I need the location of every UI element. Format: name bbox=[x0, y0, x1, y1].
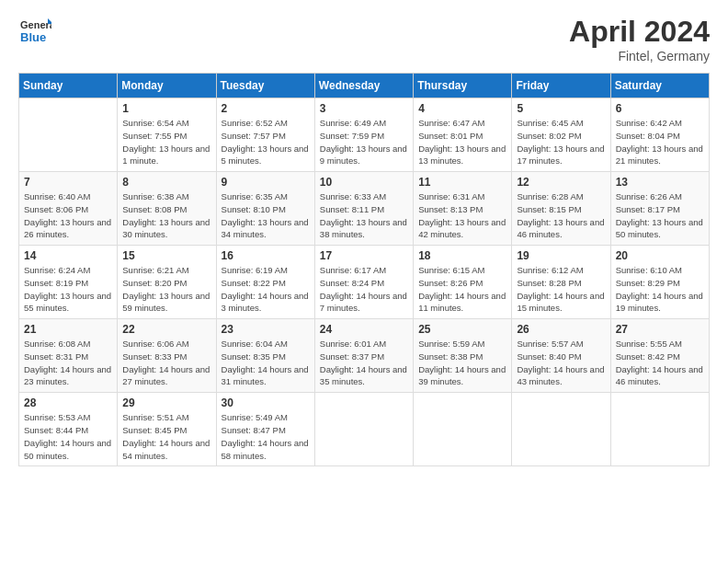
day-cell bbox=[19, 98, 118, 172]
day-number: 28 bbox=[24, 396, 112, 409]
day-number: 14 bbox=[24, 249, 112, 262]
day-detail: Sunrise: 6:33 AM Sunset: 8:11 PM Dayligh… bbox=[320, 190, 408, 241]
day-cell bbox=[314, 393, 413, 466]
day-cell: 19 Sunrise: 6:12 AM Sunset: 8:28 PM Dayl… bbox=[512, 246, 610, 319]
day-number: 10 bbox=[320, 176, 408, 189]
day-cell: 30 Sunrise: 5:49 AM Sunset: 8:47 PM Dayl… bbox=[216, 393, 314, 466]
day-cell: 21 Sunrise: 6:08 AM Sunset: 8:31 PM Dayl… bbox=[19, 319, 118, 393]
day-cell: 17 Sunrise: 6:17 AM Sunset: 8:24 PM Dayl… bbox=[314, 246, 413, 319]
day-detail: Sunrise: 6:04 AM Sunset: 8:35 PM Dayligh… bbox=[222, 338, 310, 388]
day-number: 4 bbox=[418, 102, 506, 115]
day-cell: 6 Sunrise: 6:42 AM Sunset: 8:04 PM Dayli… bbox=[610, 98, 709, 172]
day-detail: Sunrise: 6:47 AM Sunset: 8:01 PM Dayligh… bbox=[418, 117, 506, 167]
day-detail: Sunrise: 5:59 AM Sunset: 8:38 PM Dayligh… bbox=[418, 338, 506, 388]
day-detail: Sunrise: 6:19 AM Sunset: 8:22 PM Dayligh… bbox=[222, 264, 310, 315]
day-detail: Sunrise: 6:15 AM Sunset: 8:26 PM Dayligh… bbox=[418, 264, 506, 315]
col-thursday: Thursday bbox=[414, 74, 512, 98]
day-cell: 2 Sunrise: 6:52 AM Sunset: 7:57 PM Dayli… bbox=[216, 98, 314, 172]
day-number: 5 bbox=[517, 102, 605, 115]
day-number: 24 bbox=[320, 323, 408, 336]
day-cell: 8 Sunrise: 6:38 AM Sunset: 8:08 PM Dayli… bbox=[118, 172, 216, 246]
day-number: 13 bbox=[616, 176, 704, 189]
day-cell: 29 Sunrise: 5:51 AM Sunset: 8:45 PM Dayl… bbox=[118, 393, 216, 466]
day-number: 29 bbox=[122, 396, 210, 409]
day-detail: Sunrise: 6:21 AM Sunset: 8:20 PM Dayligh… bbox=[122, 264, 210, 315]
day-cell: 10 Sunrise: 6:33 AM Sunset: 8:11 PM Dayl… bbox=[314, 172, 413, 246]
day-detail: Sunrise: 6:35 AM Sunset: 8:10 PM Dayligh… bbox=[222, 190, 310, 241]
logo-svg: General Blue bbox=[18, 15, 51, 48]
day-detail: Sunrise: 6:38 AM Sunset: 8:08 PM Dayligh… bbox=[122, 190, 210, 241]
col-sunday: Sunday bbox=[19, 74, 118, 98]
day-detail: Sunrise: 6:24 AM Sunset: 8:19 PM Dayligh… bbox=[24, 264, 112, 315]
day-detail: Sunrise: 6:54 AM Sunset: 7:55 PM Dayligh… bbox=[122, 117, 210, 167]
week-row-4: 28 Sunrise: 5:53 AM Sunset: 8:44 PM Dayl… bbox=[19, 393, 710, 466]
day-cell: 18 Sunrise: 6:15 AM Sunset: 8:26 PM Dayl… bbox=[414, 246, 512, 319]
day-cell: 28 Sunrise: 5:53 AM Sunset: 8:44 PM Dayl… bbox=[19, 393, 118, 466]
day-detail: Sunrise: 6:42 AM Sunset: 8:04 PM Dayligh… bbox=[616, 117, 704, 167]
day-detail: Sunrise: 6:12 AM Sunset: 8:28 PM Dayligh… bbox=[517, 264, 605, 315]
day-detail: Sunrise: 5:51 AM Sunset: 8:45 PM Dayligh… bbox=[122, 411, 210, 462]
day-detail: Sunrise: 6:52 AM Sunset: 7:57 PM Dayligh… bbox=[222, 117, 310, 167]
day-number: 15 bbox=[122, 249, 210, 262]
day-cell: 20 Sunrise: 6:10 AM Sunset: 8:29 PM Dayl… bbox=[610, 246, 709, 319]
day-number: 7 bbox=[24, 176, 112, 189]
title-block: April 2024 Fintel, Germany bbox=[569, 15, 710, 63]
day-number: 27 bbox=[616, 323, 704, 336]
day-number: 11 bbox=[418, 176, 506, 189]
day-detail: Sunrise: 6:06 AM Sunset: 8:33 PM Dayligh… bbox=[122, 338, 210, 388]
logo: General Blue bbox=[18, 15, 51, 48]
day-detail: Sunrise: 6:17 AM Sunset: 8:24 PM Dayligh… bbox=[320, 264, 408, 315]
header: General Blue April 2024 Fintel, Germany bbox=[18, 15, 710, 63]
day-detail: Sunrise: 6:01 AM Sunset: 8:37 PM Dayligh… bbox=[320, 338, 408, 388]
day-cell: 13 Sunrise: 6:26 AM Sunset: 8:17 PM Dayl… bbox=[610, 172, 709, 246]
svg-text:Blue: Blue bbox=[20, 30, 46, 44]
day-cell: 15 Sunrise: 6:21 AM Sunset: 8:20 PM Dayl… bbox=[118, 246, 216, 319]
day-number: 3 bbox=[320, 102, 408, 115]
day-detail: Sunrise: 6:26 AM Sunset: 8:17 PM Dayligh… bbox=[616, 190, 704, 241]
day-number: 19 bbox=[517, 249, 605, 262]
col-tuesday: Tuesday bbox=[216, 74, 314, 98]
day-cell: 14 Sunrise: 6:24 AM Sunset: 8:19 PM Dayl… bbox=[19, 246, 118, 319]
day-cell: 22 Sunrise: 6:06 AM Sunset: 8:33 PM Dayl… bbox=[118, 319, 216, 393]
day-number: 16 bbox=[222, 249, 310, 262]
week-row-0: 1 Sunrise: 6:54 AM Sunset: 7:55 PM Dayli… bbox=[19, 98, 710, 172]
col-monday: Monday bbox=[118, 74, 216, 98]
week-row-2: 14 Sunrise: 6:24 AM Sunset: 8:19 PM Dayl… bbox=[19, 246, 710, 319]
day-number: 17 bbox=[320, 249, 408, 262]
day-cell: 26 Sunrise: 5:57 AM Sunset: 8:40 PM Dayl… bbox=[512, 319, 610, 393]
month-title: April 2024 bbox=[569, 15, 710, 49]
day-cell: 7 Sunrise: 6:40 AM Sunset: 8:06 PM Dayli… bbox=[19, 172, 118, 246]
day-detail: Sunrise: 6:10 AM Sunset: 8:29 PM Dayligh… bbox=[616, 264, 704, 315]
day-number: 22 bbox=[122, 323, 210, 336]
day-number: 23 bbox=[222, 323, 310, 336]
day-detail: Sunrise: 5:57 AM Sunset: 8:40 PM Dayligh… bbox=[517, 338, 605, 388]
day-number: 8 bbox=[122, 176, 210, 189]
day-detail: Sunrise: 6:08 AM Sunset: 8:31 PM Dayligh… bbox=[24, 338, 112, 388]
day-cell: 9 Sunrise: 6:35 AM Sunset: 8:10 PM Dayli… bbox=[216, 172, 314, 246]
day-cell: 16 Sunrise: 6:19 AM Sunset: 8:22 PM Dayl… bbox=[216, 246, 314, 319]
day-number: 25 bbox=[418, 323, 506, 336]
header-row: Sunday Monday Tuesday Wednesday Thursday… bbox=[19, 74, 710, 98]
day-cell: 3 Sunrise: 6:49 AM Sunset: 7:59 PM Dayli… bbox=[314, 98, 413, 172]
week-row-1: 7 Sunrise: 6:40 AM Sunset: 8:06 PM Dayli… bbox=[19, 172, 710, 246]
day-detail: Sunrise: 5:55 AM Sunset: 8:42 PM Dayligh… bbox=[616, 338, 704, 388]
day-detail: Sunrise: 6:31 AM Sunset: 8:13 PM Dayligh… bbox=[418, 190, 506, 241]
col-saturday: Saturday bbox=[610, 74, 709, 98]
calendar-table: Sunday Monday Tuesday Wednesday Thursday… bbox=[18, 73, 710, 466]
day-detail: Sunrise: 6:49 AM Sunset: 7:59 PM Dayligh… bbox=[320, 117, 408, 167]
day-cell: 27 Sunrise: 5:55 AM Sunset: 8:42 PM Dayl… bbox=[610, 319, 709, 393]
day-cell bbox=[610, 393, 709, 466]
day-detail: Sunrise: 5:49 AM Sunset: 8:47 PM Dayligh… bbox=[222, 411, 310, 462]
day-number: 2 bbox=[222, 102, 310, 115]
day-detail: Sunrise: 5:53 AM Sunset: 8:44 PM Dayligh… bbox=[24, 411, 112, 462]
day-number: 18 bbox=[418, 249, 506, 262]
day-number: 12 bbox=[517, 176, 605, 189]
location: Fintel, Germany bbox=[569, 49, 710, 63]
day-cell: 1 Sunrise: 6:54 AM Sunset: 7:55 PM Dayli… bbox=[118, 98, 216, 172]
day-detail: Sunrise: 6:40 AM Sunset: 8:06 PM Dayligh… bbox=[24, 190, 112, 241]
day-detail: Sunrise: 6:45 AM Sunset: 8:02 PM Dayligh… bbox=[517, 117, 605, 167]
day-cell: 23 Sunrise: 6:04 AM Sunset: 8:35 PM Dayl… bbox=[216, 319, 314, 393]
day-number: 9 bbox=[222, 176, 310, 189]
day-number: 20 bbox=[616, 249, 704, 262]
day-cell: 5 Sunrise: 6:45 AM Sunset: 8:02 PM Dayli… bbox=[512, 98, 610, 172]
